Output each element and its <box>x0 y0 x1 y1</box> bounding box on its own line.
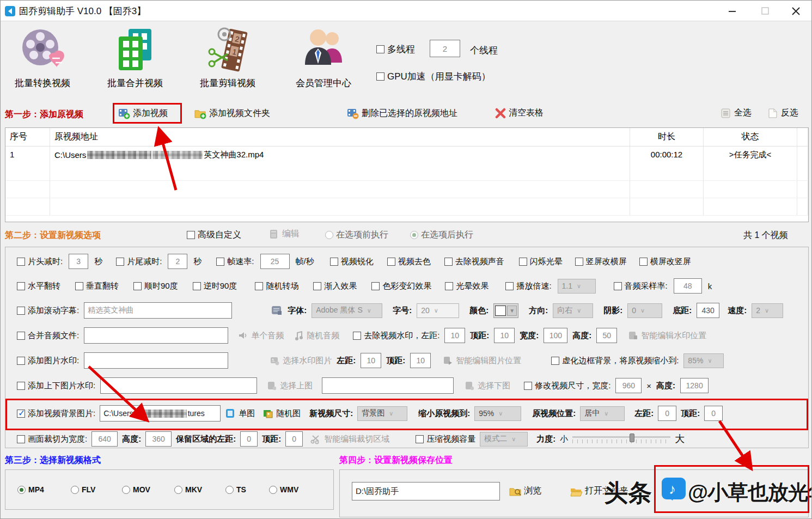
format-option-mov[interactable]: MOV <box>122 485 174 494</box>
toolbar-item-convert[interactable]: 批量转换视频 <box>2 27 83 89</box>
framerate-checkbox[interactable] <box>216 258 224 266</box>
resize-width-input[interactable]: 960 <box>615 378 642 393</box>
direction-dropdown[interactable]: 向右 <box>553 303 593 318</box>
framerate-input[interactable]: 25 <box>260 254 290 269</box>
top-image-input[interactable] <box>100 377 257 394</box>
add-video-button[interactable]: 添加视频 <box>118 107 168 119</box>
rotate-cw-checkbox[interactable] <box>133 282 142 290</box>
flip-h-checkbox[interactable] <box>17 282 25 290</box>
top-bottom-watermark-checkbox[interactable] <box>17 382 25 390</box>
choose-top-image-button[interactable]: 选择上图 <box>266 380 313 391</box>
watermark-image-input[interactable] <box>84 352 228 369</box>
bottom-image-input[interactable] <box>322 377 454 394</box>
rotate-ccw-checkbox[interactable] <box>193 282 201 290</box>
keep-top-input[interactable]: 0 <box>285 431 303 447</box>
choose-bottom-image-button[interactable]: 选择下图 <box>464 380 510 391</box>
format-option-mkv[interactable]: MKV <box>174 485 225 494</box>
font-size-dropdown[interactable]: 20 <box>417 303 459 318</box>
invert-selection-button[interactable]: 反选 <box>767 107 798 119</box>
fade-in-checkbox[interactable] <box>313 282 321 290</box>
head-trim-input[interactable]: 3 <box>69 254 88 269</box>
bottom-margin-input[interactable]: 430 <box>697 303 719 318</box>
remove-watermark-checkbox[interactable] <box>353 332 361 340</box>
minimize-button[interactable] <box>720 1 745 21</box>
select-all-button[interactable]: 全选 <box>721 107 752 119</box>
head-trim-checkbox[interactable] <box>17 258 25 266</box>
img-left-input[interactable]: 10 <box>361 353 381 368</box>
tail-trim-checkbox[interactable] <box>116 258 124 266</box>
desaturate-checkbox[interactable] <box>387 258 395 266</box>
col-header-path[interactable]: 原视频地址 <box>50 128 630 146</box>
landscape-to-portrait-checkbox[interactable] <box>639 258 648 266</box>
subtitle-text-input[interactable]: 精选英文神曲 <box>84 302 232 319</box>
browse-button[interactable]: 浏览 <box>509 485 541 497</box>
format-option-wmv[interactable]: WMV <box>269 485 298 494</box>
background-path-input[interactable]: C:\Users tures <box>100 405 221 422</box>
smart-edit-watermark-button[interactable]: 智能编辑水印位置 <box>627 330 706 341</box>
toolbar-item-clip[interactable]: 2 1 批量剪辑视频 <box>187 27 268 89</box>
format-option-flv[interactable]: FLV <box>71 485 122 494</box>
thread-count-input[interactable]: 2 <box>430 40 460 57</box>
strength-slider[interactable] <box>572 432 670 446</box>
clear-table-button[interactable]: 清空表格 <box>495 107 544 119</box>
single-audio-button[interactable]: 单个音频 <box>237 330 284 341</box>
slider-thumb[interactable] <box>630 433 634 442</box>
color-shift-checkbox[interactable] <box>371 282 380 290</box>
run-before-radio[interactable] <box>325 231 333 239</box>
keep-left-input[interactable]: 0 <box>240 431 258 447</box>
compress-checkbox[interactable] <box>416 435 424 443</box>
col-header-index[interactable]: 序号 <box>5 128 50 146</box>
flip-v-checkbox[interactable] <box>75 282 83 290</box>
scroll-speed-dropdown[interactable]: 2 <box>752 303 783 318</box>
random-audio-button[interactable]: 随机音频 <box>294 330 339 341</box>
resize-height-input[interactable]: 1280 <box>680 378 709 393</box>
random-image-button[interactable]: 随机图 <box>262 408 301 419</box>
run-after-radio[interactable] <box>410 231 418 239</box>
bg-left-input[interactable]: 0 <box>658 406 676 421</box>
mp4-radio[interactable] <box>17 486 26 494</box>
tail-trim-input[interactable]: 2 <box>168 254 187 269</box>
resize-video-checkbox[interactable] <box>524 382 532 390</box>
speed-dropdown[interactable]: 1.1 <box>558 279 596 294</box>
crop-height-input[interactable]: 360 <box>145 431 172 447</box>
wm-width-input[interactable]: 100 <box>544 328 567 343</box>
portrait-to-landscape-checkbox[interactable] <box>575 258 583 266</box>
background-image-checkbox[interactable] <box>17 410 25 418</box>
image-watermark-checkbox[interactable] <box>17 357 25 365</box>
mute-checkbox[interactable] <box>444 258 453 266</box>
video-table[interactable]: 序号 原视频地址 时长 状态 1 C:\Users 英文神曲32.mp4 00:… <box>5 127 809 222</box>
ts-radio[interactable] <box>225 486 234 494</box>
toolbar-item-merge[interactable]: 批量合并视频 <box>94 27 176 89</box>
wmv-radio[interactable] <box>269 486 277 494</box>
mkv-radio[interactable] <box>174 486 182 494</box>
smart-crop-button[interactable]: 智能编辑裁切区域 <box>310 433 389 444</box>
col-header-duration[interactable]: 时长 <box>630 128 704 146</box>
table-row[interactable]: 1 C:\Users 英文神曲32.mp4 00:00:12 >任务完成< <box>5 146 808 163</box>
run-before-option[interactable]: 在选项前执行 <box>325 229 388 241</box>
smart-edit-image-button[interactable]: 智能编辑图片位置 <box>442 355 521 366</box>
save-path-input[interactable]: D:\固乔助手 <box>352 482 500 500</box>
shrink-dropdown[interactable]: 95% <box>474 406 521 421</box>
halo-checkbox[interactable] <box>445 282 453 290</box>
choose-watermark-button[interactable]: 选择水印图片 <box>269 355 332 366</box>
font-dropdown[interactable]: Adobe 黑体 S <box>312 303 382 318</box>
run-after-option[interactable]: 在选项后执行 <box>410 229 473 241</box>
format-option-ts[interactable]: TS <box>225 485 269 494</box>
position-dropdown[interactable]: 居中 <box>580 406 625 421</box>
multithread-checkbox[interactable] <box>376 45 384 53</box>
flv-radio[interactable] <box>71 486 79 494</box>
color-picker-dropdown[interactable]: ▼ <box>493 303 518 318</box>
blur-shrink-dropdown[interactable]: 85% <box>683 353 724 368</box>
advanced-custom-checkbox[interactable] <box>187 231 195 239</box>
scroll-subtitle-checkbox[interactable] <box>17 307 25 315</box>
gpu-checkbox[interactable] <box>376 72 384 81</box>
blur-border-checkbox[interactable] <box>551 357 559 365</box>
bg-top-input[interactable]: 0 <box>704 406 723 421</box>
img-top-input[interactable]: 10 <box>410 353 431 368</box>
format-option-mp4[interactable]: MP4 <box>17 485 71 494</box>
single-image-button[interactable]: 单图 <box>225 408 255 419</box>
wm-height-input[interactable]: 50 <box>596 328 617 343</box>
toolbar-item-member[interactable]: 会员管理中心 <box>283 27 364 89</box>
merge-audio-checkbox[interactable] <box>17 332 25 340</box>
crop-width-input[interactable]: 640 <box>91 431 118 447</box>
